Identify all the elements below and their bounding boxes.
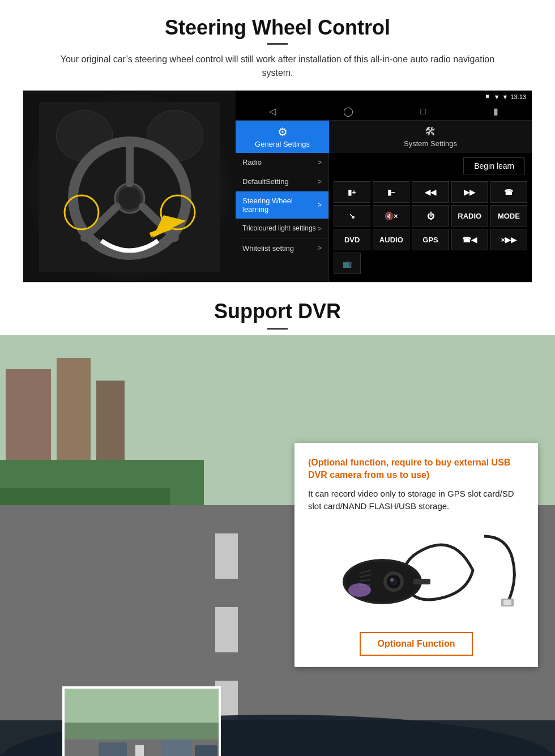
tab-general-label: General Settings: [255, 140, 310, 148]
vol-down-btn[interactable]: ▮−: [373, 181, 409, 203]
tab-general-settings[interactable]: ⚙ General Settings: [236, 121, 329, 153]
status-time: 13:13: [510, 93, 526, 100]
tab-system-label: System Settings: [404, 139, 457, 148]
svg-point-8: [118, 187, 141, 210]
menu-radio-label: Radio: [242, 158, 262, 166]
btn-row-4: 📺: [334, 253, 527, 274]
recents-icon[interactable]: □: [420, 106, 426, 117]
svg-rect-39: [161, 740, 192, 756]
steering-subtitle: Your original car’s steering wheel contr…: [45, 53, 510, 80]
android-tabs: ⚙ General Settings 🛠 System Settings: [236, 121, 532, 153]
menu-item-tricoloured[interactable]: Tricoloured light settings >: [236, 219, 328, 239]
chevron-icon: >: [318, 225, 322, 233]
begin-learn-row: Begin learn: [329, 153, 532, 179]
dvr-section: Support DVR: [0, 283, 555, 756]
steering-content-area: ◽ ▼ ▼ 13:13 ◁ ◯ □ ▮ ⚙ General Settings 🛠: [23, 90, 532, 283]
phone-btn[interactable]: ☎: [490, 181, 527, 203]
prev-btn[interactable]: ◀◀: [412, 181, 449, 203]
control-buttons-grid: ▮+ ▮− ◀◀ ▶▶ ☎ ↘ 🔇× ⏻ RADIO MODE: [329, 179, 532, 276]
menu-steering-label: Steering Wheel learning: [242, 197, 318, 213]
dvr-main-area: (Optional function, require to buy exter…: [0, 335, 555, 756]
chevron-icon: >: [318, 159, 322, 166]
home-icon[interactable]: ◯: [343, 106, 353, 117]
menu-tricoloured-label: Tricoloured light settings: [242, 224, 316, 233]
menu-icon[interactable]: ▮: [493, 106, 498, 117]
wifi-icon: ▼: [494, 93, 500, 100]
svg-point-58: [348, 583, 371, 597]
svg-rect-38: [99, 742, 127, 756]
next-btn[interactable]: ▶▶: [451, 181, 488, 203]
title-divider: [267, 43, 288, 45]
steering-photo: [23, 91, 236, 283]
power-btn[interactable]: ⏻: [412, 205, 449, 227]
dvr-title: Support DVR: [0, 300, 555, 323]
svg-rect-20: [215, 533, 238, 579]
audio-btn[interactable]: AUDIO: [373, 229, 409, 250]
signal-icon: ▼: [502, 93, 509, 100]
dvr-info-card: (Optional function, require to buy exter…: [294, 443, 538, 667]
back-icon[interactable]: ◁: [269, 106, 276, 117]
svg-rect-40: [195, 745, 217, 756]
gear-icon: ⚙: [278, 125, 288, 139]
menu-item-radio[interactable]: Radio >: [236, 153, 328, 172]
hangup-btn[interactable]: ↘: [334, 205, 370, 227]
gps-btn[interactable]: GPS: [412, 229, 449, 250]
menu-whitelist-label: Whitelist setting: [242, 244, 294, 253]
dvr-description: It can record video only to storage in G…: [308, 488, 524, 513]
svg-rect-46: [503, 600, 511, 605]
dvr-title-divider: [267, 328, 288, 330]
svg-point-1: [56, 110, 113, 161]
radio-btn[interactable]: RADIO: [451, 205, 488, 227]
svg-rect-21: [215, 607, 238, 652]
svg-point-2: [147, 110, 203, 161]
btn-row-3: DVD AUDIO GPS ☎◀ ×▶▶: [334, 229, 527, 250]
btn-row-2: ↘ 🔇× ⏻ RADIO MODE: [334, 205, 527, 227]
mode-btn[interactable]: MODE: [490, 205, 527, 227]
menu-default-label: DefaultSetting: [242, 177, 289, 186]
chevron-icon: >: [318, 244, 322, 252]
extra-btn[interactable]: 📺: [334, 253, 361, 274]
chevron-icon: >: [318, 178, 322, 186]
chevron-icon: >: [318, 201, 322, 209]
dvr-optional-notice: (Optional function, require to buy exter…: [308, 456, 524, 482]
dvr-title-area: Support DVR: [0, 283, 555, 335]
android-right-panel: Begin learn ▮+ ▮− ◀◀ ▶▶ ☎ ↘: [329, 153, 532, 282]
btn-row-1: ▮+ ▮− ◀◀ ▶▶ ☎: [334, 181, 527, 203]
dvr-thumbnail-inner: [65, 689, 219, 756]
android-body: Radio > DefaultSetting > Steering Wheel …: [236, 153, 532, 282]
vol-up-btn[interactable]: ▮+: [334, 181, 370, 203]
location-icon: ◽: [484, 93, 492, 100]
begin-learn-button[interactable]: Begin learn: [463, 157, 525, 174]
optional-function-button[interactable]: Optional Function: [360, 632, 473, 656]
android-statusbar: ◽ ▼ ▼ 13:13: [236, 91, 532, 102]
svg-point-52: [390, 578, 394, 582]
mute-btn[interactable]: 🔇×: [373, 205, 409, 227]
mute-next-btn[interactable]: ×▶▶: [490, 229, 527, 250]
dvr-camera-image: [308, 522, 524, 624]
menu-item-steering-learning[interactable]: Steering Wheel learning >: [236, 191, 328, 219]
steering-section: Steering Wheel Control Your original car…: [0, 0, 555, 283]
system-icon: 🛠: [425, 125, 436, 138]
dvr-camera-thumbnail: [62, 686, 221, 756]
steering-title: Steering Wheel Control: [23, 16, 532, 40]
android-menu: Radio > DefaultSetting > Steering Wheel …: [236, 153, 329, 282]
phone-prev-btn[interactable]: ☎◀: [451, 229, 488, 250]
menu-item-whitelist[interactable]: Whitelist setting >: [236, 239, 328, 258]
svg-rect-59: [413, 579, 430, 584]
menu-item-default[interactable]: DefaultSetting >: [236, 172, 328, 191]
android-ui: ◽ ▼ ▼ 13:13 ◁ ◯ □ ▮ ⚙ General Settings 🛠: [236, 91, 532, 282]
svg-rect-36: [135, 745, 144, 756]
dvd-btn[interactable]: DVD: [334, 229, 370, 250]
tab-system-settings[interactable]: 🛠 System Settings: [329, 121, 532, 153]
android-nav-bar: ◁ ◯ □ ▮: [236, 102, 532, 121]
